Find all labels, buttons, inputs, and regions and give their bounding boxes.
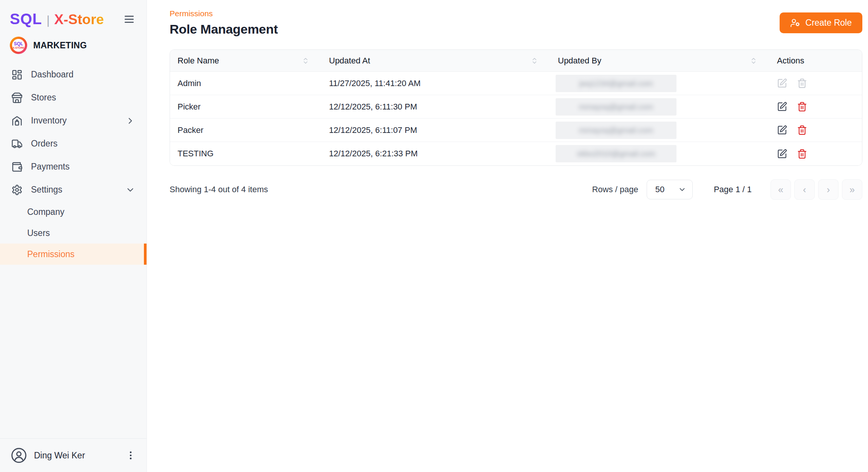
breadcrumb[interactable]: Permissions (170, 9, 278, 18)
delete-role-button[interactable] (794, 99, 810, 115)
table-footer: Showing 1-4 out of 4 items Rows / page 5… (170, 179, 862, 200)
create-role-button[interactable]: Create Role (780, 12, 862, 33)
sort-icon (302, 57, 309, 65)
table-row: TESTING 12/12/2025, 6:21:33 PM vkbo2010@… (170, 142, 862, 165)
delete-role-button[interactable] (794, 75, 810, 91)
sidebar-item-label: Dashboard (31, 69, 135, 80)
redacted-email-pill: jwq1234@gmail.com (556, 75, 676, 92)
sidebar-item-label: Orders (31, 139, 135, 149)
chevron-right-icon (125, 116, 135, 126)
sidebar-header: SQL | X-Store (0, 0, 147, 32)
sidebar-item-users[interactable]: Users (0, 222, 147, 244)
role-name-cell: TESTING (170, 142, 321, 165)
updated-at-cell: 12/12/2025, 6:11:30 PM (321, 95, 550, 118)
sort-icon (750, 57, 757, 65)
sidebar-item-permissions[interactable]: Permissions (0, 244, 147, 265)
org-name-label: MARKETING (33, 40, 87, 51)
page-title: Role Management (170, 22, 278, 37)
previous-page-button[interactable]: ‹ (794, 179, 815, 200)
next-page-button[interactable]: › (818, 179, 839, 200)
logo-xstore-text: X-Store (54, 12, 104, 28)
pager-buttons: « ‹ › » (771, 179, 862, 200)
sort-icon (531, 57, 538, 65)
actions-cell (769, 72, 862, 95)
last-page-button[interactable]: » (842, 179, 862, 200)
column-header-label: Updated By (558, 56, 601, 66)
org-logo-badge: SQL X-STORE (10, 37, 27, 54)
edit-role-button[interactable] (774, 75, 790, 91)
inventory-icon (11, 115, 23, 126)
brand-logo: SQL | X-Store (10, 11, 104, 28)
redacted-email-pill: mmaysq@gmail.com (556, 122, 676, 139)
org-badge-sql-text: SQL (14, 42, 23, 46)
sidebar-item-label: Settings (31, 185, 117, 195)
gear-icon (11, 184, 23, 196)
column-header-updated-by[interactable]: Updated By (550, 50, 769, 71)
organization-row: SQL X-STORE MARKETING (0, 32, 147, 62)
sidebar: SQL | X-Store SQL X-STORE MARKETING (0, 0, 147, 472)
column-header-label: Updated At (329, 56, 370, 66)
sidebar-subitem-label: Permissions (27, 249, 74, 259)
column-header-label: Actions (777, 56, 804, 66)
first-page-button[interactable]: « (771, 179, 791, 200)
column-header-actions: Actions (769, 50, 862, 71)
table-row: Packer 12/12/2025, 6:11:07 PM mmaysq@gma… (170, 119, 862, 142)
column-header-role-name[interactable]: Role Name (170, 50, 321, 71)
dashboard-icon (11, 69, 23, 80)
page-header: Permissions Role Management Create Role (170, 9, 862, 37)
sidebar-user-footer: Ding Wei Ker (0, 438, 147, 472)
updated-by-cell: mmaysq@gmail.com (550, 119, 769, 142)
chevron-down-icon (125, 185, 135, 195)
column-header-label: Role Name (178, 56, 219, 66)
actions-cell (769, 119, 862, 142)
sidebar-item-orders[interactable]: Orders (0, 132, 147, 155)
edit-role-button[interactable] (774, 146, 790, 162)
updated-by-cell: vkbo2010@gmail.com (550, 142, 769, 165)
logo-sql-text: SQL (10, 11, 42, 28)
create-role-button-label: Create Role (805, 18, 852, 28)
sidebar-item-settings[interactable]: Settings (0, 178, 147, 201)
role-name-cell: Packer (170, 119, 321, 142)
roles-table: Role Name Updated At Updated By (170, 49, 862, 166)
table-header-row: Role Name Updated At Updated By (170, 50, 862, 72)
app-window: SQL | X-Store SQL X-STORE MARKETING (0, 0, 868, 472)
delete-role-button[interactable] (794, 122, 810, 138)
wallet-icon (11, 161, 23, 173)
edit-role-button[interactable] (774, 99, 790, 115)
updated-by-cell: jwq1234@gmail.com (550, 72, 769, 95)
user-menu-kebab-icon[interactable] (125, 450, 136, 461)
truck-icon (11, 138, 23, 150)
sidebar-item-payments[interactable]: Payments (0, 155, 147, 178)
hamburger-menu-icon[interactable] (123, 13, 135, 25)
sidebar-nav: Dashboard Stores Inventory (0, 63, 147, 265)
sidebar-item-label: Payments (31, 162, 135, 172)
table-row: Admin 11/27/2025, 11:41:20 AM jwq1234@gm… (170, 72, 862, 95)
rows-per-page-select[interactable]: 50 (647, 180, 693, 199)
updated-at-cell: 12/12/2025, 6:11:07 PM (321, 119, 550, 142)
sidebar-item-company[interactable]: Company (0, 201, 147, 222)
user-name-label: Ding Wei Ker (34, 450, 119, 461)
rows-per-page-label: Rows / page (592, 185, 638, 194)
sidebar-item-label: Stores (31, 93, 135, 103)
items-summary: Showing 1-4 out of 4 items (170, 185, 268, 194)
role-name-cell: Picker (170, 95, 321, 118)
sidebar-subitem-label: Users (27, 228, 50, 238)
redacted-email-pill: mmaysq@gmail.com (556, 98, 676, 116)
main-content: Permissions Role Management Create Role … (147, 0, 868, 472)
edit-role-button[interactable] (774, 122, 790, 138)
delete-role-button[interactable] (794, 146, 810, 162)
updated-by-cell: mmaysq@gmail.com (550, 95, 769, 118)
sidebar-item-dashboard[interactable]: Dashboard (0, 63, 147, 86)
org-logo-badge-inner: SQL X-STORE (12, 39, 25, 52)
actions-cell (769, 142, 862, 165)
sidebar-item-stores[interactable]: Stores (0, 86, 147, 109)
column-header-updated-at[interactable]: Updated At (321, 50, 550, 71)
redacted-email-pill: vkbo2010@gmail.com (556, 145, 676, 162)
sidebar-item-inventory[interactable]: Inventory (0, 109, 147, 132)
org-badge-xstore-text: X-STORE (13, 46, 25, 49)
table-row: Picker 12/12/2025, 6:11:30 PM mmaysq@gma… (170, 95, 862, 119)
updated-at-cell: 12/12/2025, 6:21:33 PM (321, 142, 550, 165)
rows-per-page-value: 50 (655, 185, 664, 194)
role-name-cell: Admin (170, 72, 321, 95)
sidebar-subitem-label: Company (27, 207, 64, 217)
